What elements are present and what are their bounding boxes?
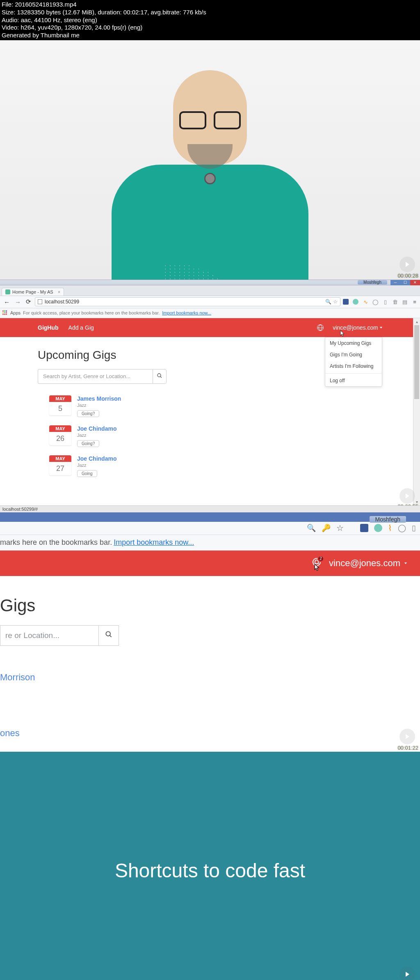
- star-icon[interactable]: ☆: [333, 299, 338, 305]
- timestamp-1: 00:00:28: [397, 273, 418, 279]
- window-close-button[interactable]: ✕: [410, 280, 420, 285]
- gig-artist-partial[interactable]: Morrison: [0, 672, 420, 683]
- search-button[interactable]: [153, 369, 167, 384]
- gig-genre: Jazz: [77, 463, 116, 468]
- zoom-icon[interactable]: 🔍: [307, 523, 316, 532]
- app-navbar: GigHub Add a Gig vince@jones.com My Upco…: [0, 318, 420, 337]
- gig-artist[interactable]: Joe Chindamo: [77, 455, 116, 462]
- user-dropdown-toggle[interactable]: vince@jones.com: [329, 558, 407, 569]
- date-badge: MAY 26: [49, 425, 71, 445]
- play-icon[interactable]: [399, 966, 415, 980]
- gig-artist-partial[interactable]: ones: [0, 728, 420, 739]
- ext-icon-3[interactable]: ◯: [398, 523, 406, 532]
- globe-icon[interactable]: [317, 324, 324, 331]
- address-bar-row-zoomed: 🔍 🔑 ☆ ⌇ ◯ ▯: [0, 522, 420, 535]
- page-icon: [38, 299, 42, 304]
- address-bar[interactable]: localhost:50299 🔍 ☆: [35, 297, 340, 306]
- ext-icon-2[interactable]: [374, 524, 382, 532]
- notifications-button[interactable]: 2: [313, 558, 321, 569]
- ext-icon-3[interactable]: ◯: [372, 299, 378, 305]
- ext-icon-5[interactable]: 🗑: [392, 299, 398, 305]
- gig-artist[interactable]: James Morrison: [77, 395, 121, 402]
- menu-upcoming-gigs[interactable]: My Upcoming Gigs: [325, 337, 382, 349]
- svg-point-0: [158, 374, 161, 377]
- key-icon[interactable]: 🔑: [322, 523, 331, 532]
- date-day: 27: [49, 462, 71, 475]
- address-bar-row: ← → ⟳ localhost:50299 🔍 ☆ ∿ ◯ ▯ 🗑 ▤ ≡: [0, 296, 420, 308]
- menu-artists-following[interactable]: Artists I'm Following: [325, 360, 382, 372]
- add-gig-link[interactable]: Add a Gig: [68, 324, 94, 331]
- search-button[interactable]: [98, 625, 119, 646]
- menu-logoff[interactable]: Log off: [325, 375, 382, 386]
- page-title-partial: Gigs: [0, 596, 420, 615]
- date-badge: MAY 27: [49, 455, 71, 475]
- brand-logo[interactable]: GigHub: [38, 324, 59, 331]
- scroll-thumb[interactable]: [414, 325, 419, 399]
- window-user-label: Moshfegh: [370, 516, 406, 523]
- user-dropdown-menu: My Upcoming Gigs Gigs I'm Going Artists …: [325, 337, 382, 387]
- caret-down-icon: [404, 562, 407, 564]
- gig-artist[interactable]: Joe Chindamo: [77, 425, 116, 432]
- window-maximize-button[interactable]: ☐: [400, 280, 410, 285]
- video-thumbnail-3: Moshfegh 🔍 🔑 ☆ ⌇ ◯ ▯ marks here on the b…: [0, 516, 420, 752]
- play-icon[interactable]: [399, 257, 415, 272]
- going-button[interactable]: Going?: [77, 410, 99, 417]
- zoom-icon[interactable]: 🔍: [325, 299, 331, 305]
- slide-title: Shortcuts to code fast: [115, 859, 305, 882]
- apps-icon[interactable]: [2, 310, 8, 316]
- ext-icon-1[interactable]: [343, 299, 349, 305]
- tab-title: Home Page - My AS: [12, 289, 53, 294]
- search-input[interactable]: [0, 625, 98, 646]
- bookmarks-bar: Apps For quick access, place your bookma…: [0, 308, 420, 318]
- presenter-figure: . . . . . .. . . . . . . .. . . . . . . …: [95, 58, 325, 280]
- taskbar-strip: [0, 516, 420, 522]
- ext-icon-4[interactable]: ▯: [382, 299, 388, 305]
- play-icon[interactable]: [399, 488, 415, 504]
- search-input[interactable]: [38, 369, 153, 384]
- forward-button[interactable]: →: [14, 298, 22, 305]
- going-button[interactable]: Going: [77, 470, 97, 477]
- ext-icon-4[interactable]: ▯: [412, 523, 416, 532]
- user-email: vince@jones.com: [333, 324, 378, 331]
- date-badge: MAY 5: [49, 395, 71, 415]
- menu-gigs-going[interactable]: Gigs I'm Going: [325, 349, 382, 360]
- status-text: localhost:50299/#: [2, 507, 38, 512]
- gig-item: MAY 27 Joe Chindamo Jazz Going: [49, 455, 382, 477]
- date-month: MAY: [49, 455, 71, 462]
- going-button[interactable]: Going?: [77, 440, 99, 447]
- menu-icon[interactable]: ≡: [412, 299, 418, 305]
- bookmarks-bar-zoomed: marks here on the bookmarks bar. Import …: [0, 535, 420, 551]
- ext-icon-2[interactable]: [353, 299, 358, 305]
- timestamp-3: 00:01:22: [397, 745, 418, 751]
- gig-item: MAY 5 James Morrison Jazz Going?: [49, 395, 382, 417]
- video-metadata: File: 20160524181933.mp4 Size: 13283350 …: [0, 0, 420, 40]
- ext-icon-6[interactable]: ▤: [402, 299, 408, 305]
- search-icon: [105, 631, 112, 638]
- play-icon[interactable]: [399, 729, 415, 744]
- apps-label[interactable]: Apps: [10, 310, 21, 315]
- ext-icon-1[interactable]: [360, 524, 368, 532]
- date-day: 5: [49, 402, 71, 415]
- browser-tab[interactable]: Home Page - My AS ×: [2, 288, 64, 296]
- app-navbar-zoomed: 2 vince@jones.com: [0, 551, 420, 576]
- date-month: MAY: [49, 395, 71, 402]
- rss-icon[interactable]: ∿: [363, 299, 368, 305]
- cursor-icon: [314, 564, 321, 574]
- tab-close-icon[interactable]: ×: [58, 289, 60, 294]
- scrollbar[interactable]: ▴ ▾: [413, 318, 420, 505]
- window-minimize-button[interactable]: ─: [390, 280, 400, 285]
- svg-line-1: [160, 376, 162, 378]
- tab-favicon: [5, 289, 10, 294]
- import-bookmarks-link[interactable]: Import bookmarks now...: [162, 310, 211, 315]
- bookmarks-hint: marks here on the bookmarks bar.: [0, 538, 112, 547]
- taskbar-strip: [0, 512, 420, 516]
- scroll-up-icon[interactable]: ▴: [413, 318, 420, 325]
- import-bookmarks-link[interactable]: Import bookmarks now...: [114, 538, 194, 547]
- window-user-label: Moshfegh: [358, 280, 387, 285]
- reload-button[interactable]: ⟳: [25, 298, 32, 305]
- meta-file: File: 20160524181933.mp4: [2, 1, 418, 9]
- back-button[interactable]: ←: [2, 298, 11, 305]
- rss-icon[interactable]: ⌇: [388, 523, 392, 533]
- star-icon[interactable]: ☆: [336, 523, 344, 533]
- browser-window: Moshfegh ─ ☐ ✕ Home Page - My AS × ← → ⟳…: [0, 280, 420, 516]
